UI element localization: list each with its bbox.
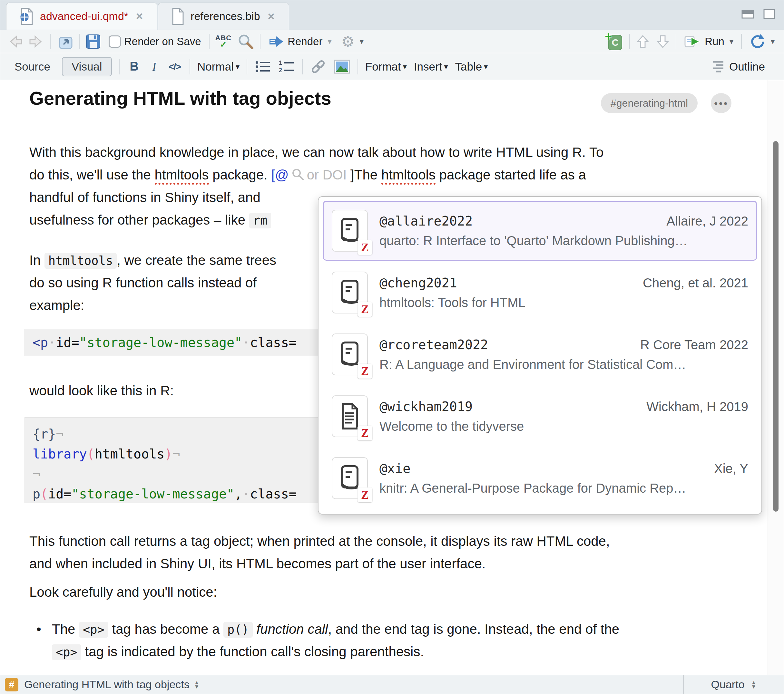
divider [741,34,742,49]
svg-text:2: 2 [279,67,282,74]
inline-code: htmltools [44,253,117,269]
quarto-file-icon [19,7,33,25]
find-replace-icon[interactable] [237,33,254,50]
paragraph-line: Look carefully and you'll notice: [29,584,217,600]
back-icon[interactable] [7,34,23,49]
citation-id: @cheng2021 [379,275,457,290]
visual-mode-button[interactable]: Visual [62,57,112,76]
tab-references-bib[interactable]: references.bib × [158,3,289,30]
numbered-list-icon[interactable]: 1 2 [278,59,295,74]
render-on-save-control: Render on Save [107,34,203,49]
insert-chunk-button[interactable]: C + [606,32,623,51]
render-label: Render [288,35,322,48]
citation-placeholder: or DOI [307,167,347,183]
book-icon: Z [332,457,368,499]
divider [629,34,630,49]
bold-button[interactable]: B [127,59,142,74]
book-icon: Z [332,210,368,252]
misspelled-word: htmltools [381,167,435,184]
citation-item-allaire2022[interactable]: Z @allaire2022 Allaire, J 2022 quarto: R… [323,201,757,261]
bullet-line: <p> tag is indicated by the function cal… [52,644,424,659]
heading-anchor-badge: #generating-html [601,93,698,113]
tab-advanced-ui-qmd[interactable]: advanced-ui.qmd* × [6,3,157,30]
citation-author: Xie, Y [714,461,748,476]
book-icon: Z [332,271,368,314]
zotero-badge: Z [357,240,372,255]
citation-title: R: A Language and Environment for Statis… [379,357,748,372]
chevron-down-icon: ▾ [403,62,407,71]
render-settings-button[interactable]: ⚙ ▾ [339,33,365,50]
save-icon[interactable] [86,34,101,49]
citation-id: @allaire2022 [379,214,473,229]
spellcheck-icon[interactable]: ABC ✓ [215,35,232,49]
italic-button[interactable]: I [149,59,160,74]
outline-toggle[interactable]: Outline [712,60,765,74]
citation-item-xie[interactable]: Z @xie Xie, Y knitr: A General-Purpose P… [323,448,757,508]
inline-code: p() [223,622,253,638]
source-tools-button[interactable]: ▾ [748,32,777,51]
rstudio-editor-window: advanced-ui.qmd* × references.bib × [0,0,784,694]
paragraph-line: handful of functions in Shiny itself, an… [29,190,260,205]
render-button[interactable]: Render ▾ [266,33,333,49]
tab-label: references.bib [191,10,260,23]
minimize-pane-icon[interactable] [741,9,755,20]
citation-author: R Core Team 2022 [640,338,748,352]
updown-arrows-icon: ▲ ▼ [194,681,199,689]
run-button[interactable]: Run ▾ [682,33,735,50]
paragraph-line: usefulness for other packages – like rm [29,212,271,228]
scrollbar-thumb[interactable] [773,141,779,511]
bullet-line: The <p> tag has become a p() function ca… [52,622,619,637]
forward-icon[interactable] [29,34,44,49]
paragraph-style-select[interactable]: Normal ▾ [197,60,239,73]
mode-selector[interactable]: Quarto ▲ ▼ [683,675,784,694]
close-icon[interactable]: × [135,10,144,23]
pane-window-buttons [741,9,775,20]
zotero-badge: Z [357,364,372,378]
divider [247,59,247,74]
main-toolbar: Render on Save ABC ✓ Render ▾ [0,30,784,53]
render-on-save-label: Render on Save [124,35,201,48]
paragraph-line: would look like this in R: [29,383,174,398]
chevron-down-icon: ▾ [730,37,733,46]
open-in-new-window-icon[interactable] [56,33,73,49]
table-menu[interactable]: Table ▾ [455,60,488,73]
citation-item-cheng2021[interactable]: Z @cheng2021 Cheng, et al. 2021 htmltool… [323,263,757,322]
divider [79,34,80,49]
chevron-down-icon: ▾ [236,62,239,71]
maximize-pane-icon[interactable] [763,9,775,20]
divider [357,59,358,74]
paragraph-line: and when included in Shiny UI, its HTML … [29,556,486,572]
inline-code: <p> [52,645,81,660]
citation-item-rcoreteam2022[interactable]: Z @rcoreteam2022 R Core Team 2022 R: A L… [323,324,757,384]
format-menu[interactable]: Format ▾ [365,60,407,73]
paragraph-line: example: [29,298,84,313]
format-toolbar: Source Visual B I </> Normal ▾ 1 2 [0,53,784,80]
insert-menu[interactable]: Insert ▾ [414,60,448,73]
link-icon[interactable] [310,58,326,75]
run-label: Run [705,35,725,48]
render-on-save-checkbox[interactable] [109,35,121,48]
source-mode-button[interactable]: Source [10,58,55,76]
paragraph-line: In htmltools, we create the same trees [29,253,276,268]
render-icon [268,35,284,48]
bullet-list-icon[interactable] [254,59,271,74]
image-icon[interactable] [334,59,351,74]
chevron-down-icon: ▾ [360,37,364,46]
close-icon[interactable]: × [267,10,276,23]
citation-item-wickham2019[interactable]: Z @wickham2019 Wickham, H 2019 Welcome t… [323,386,757,446]
go-next-section-icon[interactable] [656,34,670,49]
zotero-badge: Z [357,426,372,441]
citation-id: @xie [379,461,410,476]
section-selector[interactable]: Generating HTML with tag objects [24,678,189,691]
citation-title: htmltools: Tools for HTML [379,296,748,310]
italic-text: function call [257,622,328,636]
file-icon [171,8,184,25]
go-previous-section-icon[interactable] [636,34,650,49]
svg-text:1: 1 [279,59,282,66]
citation-input[interactable]: [@ [271,167,288,183]
code-button[interactable]: </> [167,61,183,72]
search-icon [292,168,304,181]
heading-more-button[interactable]: ●●● [711,93,731,113]
divider [189,59,190,74]
outline-icon [712,60,725,74]
